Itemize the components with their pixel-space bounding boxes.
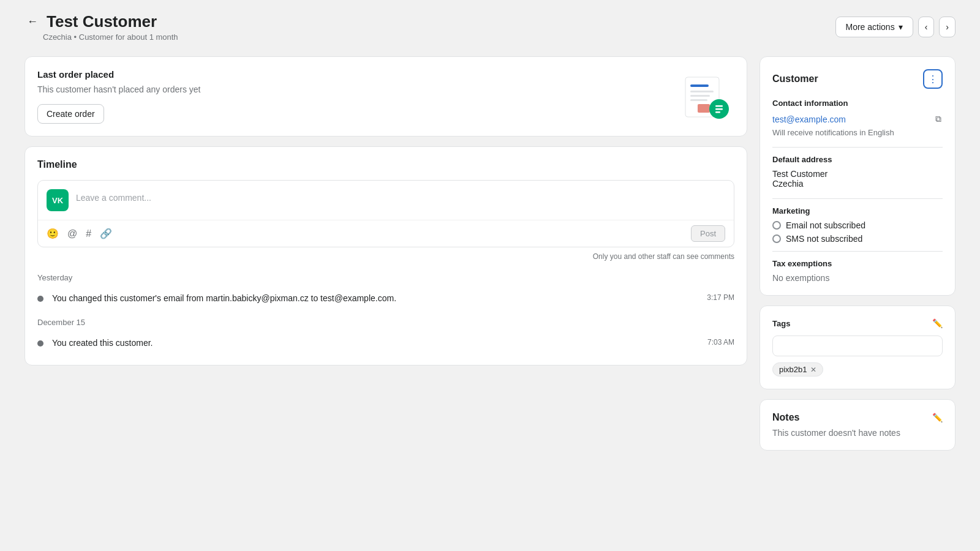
more-actions-label: More actions bbox=[846, 22, 895, 32]
nav-prev-button[interactable]: ‹ bbox=[918, 17, 935, 37]
order-card-left: Last order placed This customer hasn't p… bbox=[37, 69, 200, 124]
staff-notice: Only you and other staff can see comment… bbox=[37, 247, 734, 263]
contact-heading: Contact information bbox=[772, 99, 943, 108]
comment-input[interactable] bbox=[76, 189, 725, 206]
marketing-email-item: Email not subscribed bbox=[772, 220, 943, 230]
marketing-sms-item: SMS not subscribed bbox=[772, 234, 943, 244]
date-label-dec15: December 15 bbox=[37, 318, 734, 327]
order-illustration bbox=[679, 72, 734, 121]
link-icon[interactable]: 🔗 bbox=[100, 228, 112, 239]
page-title: Test Customer bbox=[47, 12, 157, 31]
svg-rect-8 bbox=[715, 108, 723, 110]
timeline-dot bbox=[37, 296, 43, 302]
contact-section: Contact information test@example.com ⧉ W… bbox=[772, 99, 943, 137]
timeline-event-text-2: You created this customer. bbox=[52, 338, 699, 348]
sms-subscription-label: SMS not subscribed bbox=[786, 234, 862, 244]
main-content: Last order placed This customer hasn't p… bbox=[24, 56, 956, 451]
comment-box: VK 🙂 @ # 🔗 Post bbox=[37, 180, 734, 247]
timeline-date-group: Yesterday You changed this customer's em… bbox=[37, 273, 734, 308]
notes-card-header: Notes ✏️ bbox=[772, 412, 943, 423]
customer-card-header: Customer ⋮ bbox=[772, 69, 943, 89]
email-radio[interactable] bbox=[772, 221, 781, 230]
comment-toolbar: 🙂 @ # 🔗 Post bbox=[38, 220, 734, 247]
address-section: Default address Test Customer Czechia bbox=[772, 155, 943, 189]
comment-input-row: VK bbox=[38, 181, 734, 220]
tags-input[interactable] bbox=[772, 335, 943, 356]
notification-text: Will receive notifications in English bbox=[772, 128, 943, 137]
svg-rect-3 bbox=[690, 95, 710, 97]
notes-title: Notes bbox=[772, 412, 799, 423]
email-row: test@example.com ⧉ bbox=[772, 113, 943, 126]
address-country: Czechia bbox=[772, 179, 943, 189]
last-order-card: Last order placed This customer hasn't p… bbox=[24, 56, 747, 137]
marketing-section: Marketing Email not subscribed SMS not s… bbox=[772, 206, 943, 244]
customer-info-card: Customer ⋮ Contact information test@exam… bbox=[760, 56, 956, 296]
copy-email-button[interactable]: ⧉ bbox=[934, 113, 943, 126]
avatar: VK bbox=[47, 189, 69, 211]
timeline-title: Timeline bbox=[37, 159, 734, 170]
tags-edit-button[interactable]: ✏️ bbox=[932, 318, 943, 328]
svg-rect-4 bbox=[690, 99, 707, 101]
page-header: ← Test Customer Czechia • Customer for a… bbox=[24, 12, 956, 42]
mention-icon[interactable]: @ bbox=[67, 228, 77, 239]
email-link[interactable]: test@example.com bbox=[772, 114, 846, 124]
notes-edit-button[interactable]: ✏️ bbox=[932, 413, 943, 422]
date-label-yesterday: Yesterday bbox=[37, 273, 734, 282]
timeline-event-text: You changed this customer's email from m… bbox=[52, 293, 698, 303]
tag-label: pixb2b1 bbox=[779, 365, 807, 374]
timeline-event-created: You created this customer. 7:03 AM bbox=[37, 333, 734, 353]
chevron-down-icon: ▾ bbox=[899, 22, 903, 32]
svg-rect-7 bbox=[715, 105, 723, 107]
last-order-description: This customer hasn't placed any orders y… bbox=[37, 84, 200, 94]
address-name: Test Customer bbox=[772, 169, 943, 179]
notes-card: Notes ✏️ This customer doesn't have note… bbox=[760, 399, 956, 451]
tax-section: Tax exemptions No exemptions bbox=[772, 259, 943, 283]
header-left: ← Test Customer Czechia • Customer for a… bbox=[24, 12, 178, 42]
more-actions-button[interactable]: More actions ▾ bbox=[835, 17, 913, 37]
nav-next-button[interactable]: › bbox=[939, 17, 956, 37]
hashtag-icon[interactable]: # bbox=[86, 228, 91, 239]
last-order-title: Last order placed bbox=[37, 69, 200, 80]
svg-rect-1 bbox=[690, 84, 709, 87]
timeline-date-group-dec15: December 15 You created this customer. 7… bbox=[37, 318, 734, 353]
svg-rect-2 bbox=[690, 91, 714, 92]
three-dot-button[interactable]: ⋮ bbox=[923, 69, 943, 89]
toolbar-icons: 🙂 @ # 🔗 bbox=[47, 228, 112, 239]
customer-card-title: Customer bbox=[772, 73, 818, 84]
marketing-heading: Marketing bbox=[772, 206, 943, 216]
timeline-event-time: 3:17 PM bbox=[707, 293, 734, 302]
address-heading: Default address bbox=[772, 155, 943, 164]
tags-card: Tags ✏️ pixb2b1 ✕ bbox=[760, 305, 956, 389]
create-order-button[interactable]: Create order bbox=[37, 104, 104, 124]
tags-card-header: Tags ✏️ bbox=[772, 318, 943, 328]
svg-rect-5 bbox=[698, 104, 710, 113]
timeline-event: You changed this customer's email from m… bbox=[37, 288, 734, 308]
timeline-dot-2 bbox=[37, 340, 43, 347]
tax-value: No exemptions bbox=[772, 273, 943, 283]
tags-title: Tags bbox=[772, 319, 790, 328]
emoji-icon[interactable]: 🙂 bbox=[47, 228, 59, 239]
tags-list: pixb2b1 ✕ bbox=[772, 362, 943, 377]
right-column: Customer ⋮ Contact information test@exam… bbox=[760, 56, 956, 451]
timeline-event-time-2: 7:03 AM bbox=[707, 338, 734, 347]
timeline-events: Yesterday You changed this customer's em… bbox=[37, 273, 734, 353]
sms-radio[interactable] bbox=[772, 234, 781, 243]
notes-text: This customer doesn't have notes bbox=[772, 428, 943, 438]
divider-1 bbox=[772, 147, 943, 148]
timeline-card: Timeline VK 🙂 @ # 🔗 Post bbox=[24, 146, 747, 365]
svg-rect-9 bbox=[715, 111, 720, 113]
divider-3 bbox=[772, 251, 943, 252]
divider-2 bbox=[772, 198, 943, 199]
page-subtitle: Czechia • Customer for about 1 month bbox=[43, 32, 178, 42]
back-button[interactable]: ← bbox=[24, 13, 40, 31]
email-subscription-label: Email not subscribed bbox=[786, 220, 865, 230]
tax-heading: Tax exemptions bbox=[772, 259, 943, 268]
left-column: Last order placed This customer hasn't p… bbox=[24, 56, 747, 365]
post-button[interactable]: Post bbox=[691, 225, 725, 242]
tag-item: pixb2b1 ✕ bbox=[772, 362, 823, 377]
tag-remove-button[interactable]: ✕ bbox=[810, 365, 816, 374]
header-right: More actions ▾ ‹ › bbox=[835, 17, 956, 37]
